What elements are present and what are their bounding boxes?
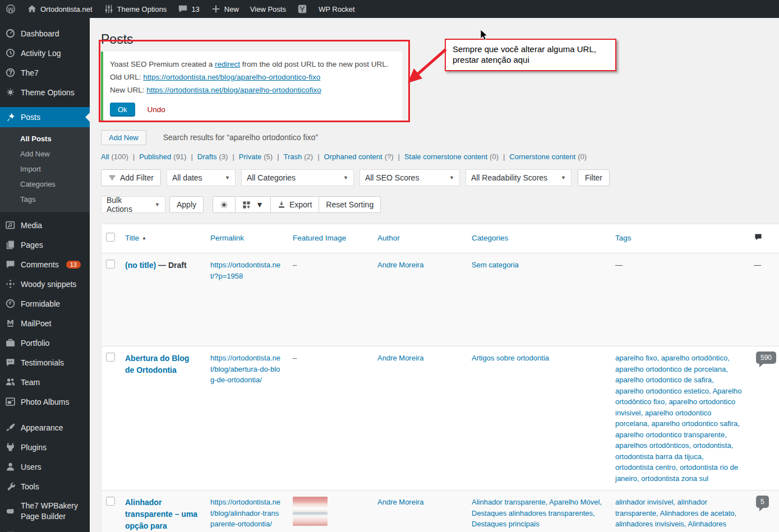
status-link[interactable]: Drafts (197, 152, 217, 161)
screen-options-button[interactable] (213, 196, 236, 213)
permalink-link[interactable]: https://ortodontista.net/?p=1958 (210, 261, 280, 280)
post-title-link[interactable]: Alinhador transparente – uma opção para … (125, 498, 197, 532)
status-link[interactable]: Private (239, 152, 261, 161)
user-icon (5, 461, 16, 472)
sidebar-item-tools[interactable]: Tools (0, 477, 90, 496)
redirect-link[interactable]: redirect (215, 60, 240, 68)
new-menu[interactable]: New (205, 0, 245, 18)
sidebar-item-formidable[interactable]: Formidable (0, 294, 90, 313)
author-link[interactable]: Andre Moreira (377, 354, 423, 362)
column-header-author[interactable]: Author (372, 224, 467, 253)
sidebar-item-posts[interactable]: Posts (0, 107, 90, 127)
comment-count-bubble[interactable]: 590 (756, 351, 776, 364)
tags-links[interactable]: alinhador invisível, alinhador transpare… (615, 498, 739, 532)
sidebar-item-team[interactable]: Team (0, 372, 90, 392)
categories-links[interactable]: Sem categoria (472, 261, 519, 269)
row-checkbox[interactable] (106, 353, 115, 362)
view-posts-menu[interactable]: View Posts (245, 0, 292, 18)
sidebar-item-portfolio[interactable]: Portfolio (0, 333, 90, 353)
select-all-checkbox[interactable] (106, 233, 115, 242)
featured-image-thumbnail[interactable] (293, 497, 328, 526)
sidebar-item-label: Testimonials (21, 358, 64, 367)
post-status-suffix: — Draft (156, 261, 186, 270)
permalink-link[interactable]: https://ortodontista.net/blog/abertura-d… (210, 354, 280, 384)
column-header-featured-image[interactable]: Featured Image (288, 224, 372, 253)
export-download-icon (278, 201, 285, 209)
comments-menu[interactable]: 13 (172, 0, 205, 18)
categories-links[interactable]: Artigos sobre ortodontia (472, 354, 549, 362)
sidebar-item-media[interactable]: Media (0, 215, 90, 235)
old-url-link[interactable]: https://ortodontista.net/blog/aparelho-o… (143, 73, 320, 81)
row-checkbox[interactable] (106, 497, 115, 506)
column-header-categories[interactable]: Categories (467, 224, 610, 253)
seo-scores-dropdown[interactable]: All SEO Scores▼ (359, 169, 460, 186)
site-name-menu[interactable]: Ortodontista.net (21, 0, 98, 18)
submenu-add-new[interactable]: Add New (0, 146, 90, 161)
submenu-import[interactable]: Import (0, 161, 90, 177)
sidebar-item-photo-albums[interactable]: Photo Albums (0, 392, 90, 411)
export-button[interactable]: Export (271, 196, 319, 213)
bulk-actions-dropdown[interactable]: Bulk Actions▼ (101, 196, 165, 213)
sidebar-item-mailpoet[interactable]: MailPoet (0, 313, 90, 333)
categories-dropdown[interactable]: All Categories▼ (241, 169, 354, 186)
sidebar-item-activity-log[interactable]: Activity Log (0, 43, 90, 63)
chevron-down-icon: ▼ (225, 175, 230, 181)
sidebar-item-appearance[interactable]: Appearance (0, 418, 90, 437)
status-link[interactable]: Stale cornerstone content (404, 152, 487, 161)
undo-link[interactable]: Undo (147, 105, 165, 114)
sidebar-item-wpbakery[interactable]: The7 WPBakery Page Builder (0, 496, 90, 526)
row-checkbox[interactable] (106, 260, 115, 269)
theme-options-label: Theme Options (117, 5, 167, 13)
filter-button[interactable]: Filter (578, 169, 610, 186)
sidebar-item-the7[interactable]: The7 (0, 63, 90, 82)
sidebar-item-woody-snippets[interactable]: Woody snippets (0, 274, 90, 294)
status-link[interactable]: All (101, 152, 109, 161)
post-title-link[interactable]: Abertura do Blog de Ortodontia (125, 354, 189, 374)
permalink-link[interactable]: https://ortodontista.net/blog/alinhador-… (210, 498, 280, 528)
tags-links[interactable]: aparelho fixo, aparelho ortodôntico, apa… (615, 354, 742, 483)
status-link[interactable]: Trash (284, 152, 302, 161)
comment-count-bubble[interactable]: 5 (756, 496, 769, 508)
categories-links[interactable]: Alinhador transparente, Aparelho Móvel, … (472, 498, 602, 528)
sidebar-item-label: The7 WPBakery Page Builder (21, 501, 85, 522)
columns-layout-button[interactable]: ▼ (236, 196, 271, 213)
sidebar-item-plugins[interactable]: Plugins (0, 437, 90, 457)
apply-button[interactable]: Apply (169, 196, 204, 213)
yoast-menu[interactable] (292, 0, 313, 18)
status-count: (91) (173, 152, 186, 161)
sidebar-item-dashboard[interactable]: Dashboard (0, 24, 90, 43)
sidebar-item-comments[interactable]: Comments 13 (0, 255, 90, 274)
column-header-tags[interactable]: Tags (610, 224, 749, 253)
dates-dropdown[interactable]: All dates▼ (167, 169, 236, 186)
readability-scores-dropdown[interactable]: All Readability Scores▼ (465, 169, 571, 186)
sidebar-item-theme-options[interactable]: Theme Options (0, 82, 90, 102)
sidebar-item-pages[interactable]: Pages (0, 235, 90, 255)
status-link[interactable]: Orphaned content (324, 152, 382, 161)
ok-button[interactable]: Ok (110, 103, 135, 117)
column-header-title[interactable]: Title▲ (120, 224, 205, 253)
author-link[interactable]: Andre Moreira (377, 498, 423, 506)
column-header-permalink[interactable]: Permalink (205, 224, 288, 253)
submenu-tags[interactable]: Tags (0, 192, 90, 207)
sidebar-item-settings[interactable]: Settings (0, 526, 90, 532)
submenu-all-posts[interactable]: All Posts (0, 131, 90, 146)
woody-snippets-icon (5, 279, 16, 289)
sidebar-item-users[interactable]: Users (0, 457, 90, 477)
theme-options-menu[interactable]: Theme Options (98, 0, 173, 18)
sidebar-item-testimonials[interactable]: Testimonials (0, 353, 90, 372)
status-link-stale-cornerstone: Stale cornerstone content(0) (394, 152, 499, 161)
reset-sorting-button[interactable]: Reset Sorting (319, 196, 381, 213)
add-filter-button[interactable]: Add Filter (101, 169, 161, 186)
wordpress-logo-menu[interactable] (0, 0, 21, 18)
column-header-comments[interactable] (749, 224, 779, 253)
pushpin-icon (5, 112, 16, 123)
yoast-icon (297, 4, 307, 14)
status-link[interactable]: Cornerstone content (509, 152, 575, 161)
add-new-button[interactable]: Add New (101, 130, 146, 145)
new-url-link[interactable]: https://ortodontista.net/blog/aparelho-o… (146, 86, 321, 94)
author-link[interactable]: Andre Moreira (377, 261, 423, 269)
post-title-link[interactable]: (no title) (125, 261, 156, 270)
wp-rocket-menu[interactable]: WP Rocket (313, 0, 361, 18)
status-link[interactable]: Published (139, 152, 171, 161)
submenu-categories[interactable]: Categories (0, 177, 90, 192)
